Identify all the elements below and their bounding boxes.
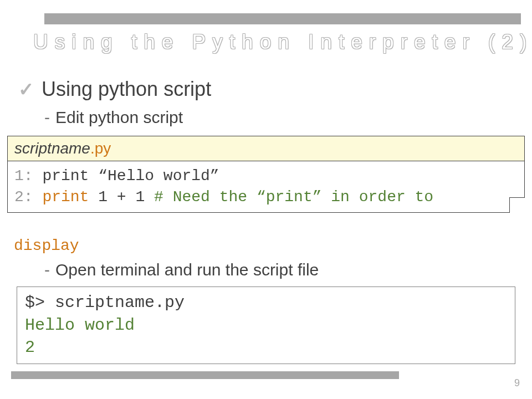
terminal-output: Hello world [25,314,507,337]
code-text: print “Hello world” [33,167,219,185]
file-body: 1: print “Hello world” 2: print 1 + 1 # … [7,161,525,213]
file-header: scriptname.py [7,136,525,161]
page-fold-icon [509,197,525,213]
checkmark-icon: ✓ [18,78,34,100]
sub-bullet-text: Open terminal and run the script file [55,260,319,279]
bottom-accent-bar [11,371,399,379]
code-overflow-text: display [14,237,79,254]
file-extension: .py [90,140,111,157]
sub-bullet-run: - Open terminal and run the script file [44,260,319,279]
page-number: 9 [514,377,520,389]
code-comment: # Need the “print” in order to [154,188,433,206]
main-bullet-text: Using python script [42,78,211,101]
line-number: 2: [14,188,33,206]
code-keyword: print [33,188,89,206]
sub-bullet-text: Edit python script [55,108,183,127]
script-file-box: scriptname.py 1: print “Hello world” 2: … [7,136,525,213]
terminal-prompt: $> scriptname.py [25,291,507,314]
file-basename: scriptname [14,140,90,157]
code-line-1: 1: print “Hello world” [14,166,518,187]
dash-icon: - [44,260,50,279]
top-accent-bar [44,13,521,24]
code-line-2: 2: print 1 + 1 # Need the “print” in ord… [14,187,518,208]
line-number: 1: [14,167,33,185]
main-bullet: ✓ Using python script [18,78,211,101]
code-text: 1 + 1 [89,188,154,206]
sub-bullet-edit: - Edit python script [44,108,183,127]
slide-title: Using the Python Interpreter (2) [33,30,524,54]
terminal-output: 2 [25,336,507,359]
terminal-box: $> scriptname.py Hello world 2 [17,287,515,364]
dash-icon: - [44,108,50,127]
